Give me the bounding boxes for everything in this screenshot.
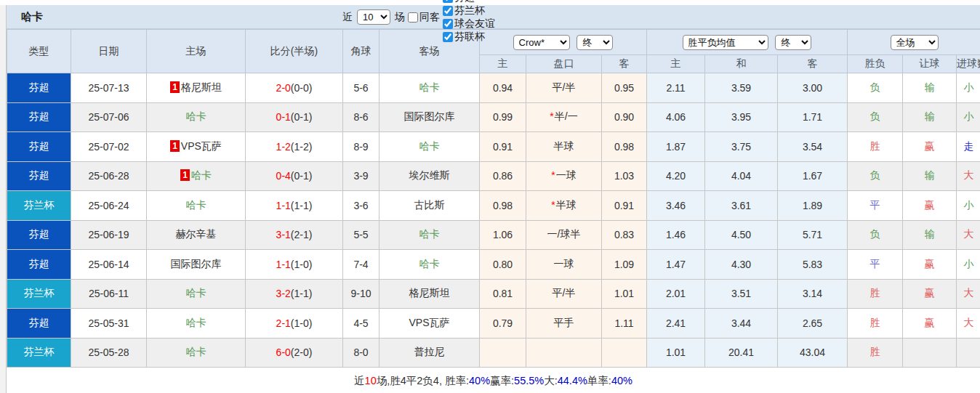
league-badge[interactable]: 芬超 — [7, 309, 71, 339]
result-letball: 赢 — [903, 191, 957, 221]
match-scope-select[interactable]: 全场 — [891, 35, 939, 50]
avg-odds-select[interactable]: 胜平负均值 — [683, 35, 768, 50]
score-cell[interactable]: 1-1(1-0) — [246, 250, 343, 280]
result-letball: 输 — [903, 220, 957, 250]
score-cell[interactable]: 1-2(1-2) — [246, 132, 343, 162]
home-team[interactable]: 哈卡 — [147, 338, 246, 368]
league-badge[interactable]: 芬超 — [7, 220, 71, 250]
score-cell[interactable]: 2-0(0-0) — [246, 73, 343, 103]
handicap-time-select[interactable]: 终 — [577, 35, 613, 50]
home-team[interactable]: 1格尼斯坦 — [147, 73, 246, 103]
avg-draw-odds: 3.95 — [705, 102, 778, 132]
league-filter-2[interactable]: 球会友谊 — [443, 17, 495, 31]
away-team[interactable]: 哈卡 — [379, 73, 480, 103]
result-letball: 赢 — [903, 250, 957, 280]
handicap-away-odds — [602, 338, 647, 368]
recent-count-select[interactable]: 10 — [357, 9, 390, 25]
league-badge[interactable]: 芬兰杯 — [7, 279, 71, 309]
summary-segment: 场,胜4平2负4, 胜率: — [377, 374, 469, 388]
avg-draw-odds: 3.51 — [705, 279, 778, 309]
league-badge[interactable]: 芬超 — [7, 102, 71, 132]
handicap-home-odds: 0.94 — [480, 73, 526, 103]
avg-away-odds: 5.71 — [778, 220, 848, 250]
score-cell[interactable]: 2-1(1-0) — [246, 309, 343, 339]
handicap-home-odds: 0.81 — [480, 279, 526, 309]
league-badge[interactable]: 芬兰杯 — [7, 338, 71, 368]
handicap-home-odds: 0.80 — [480, 250, 526, 280]
home-team[interactable]: 1哈卡 — [147, 161, 246, 191]
summary-segment: 44.4% — [558, 375, 587, 386]
away-team[interactable]: 哈卡 — [379, 132, 480, 162]
away-team[interactable]: 埃尔维斯 — [379, 161, 480, 191]
result-goals: 小 — [957, 102, 980, 132]
subcol-handicap: 盘口 — [526, 55, 602, 73]
league-badge[interactable]: 芬兰杯 — [7, 191, 71, 221]
league-filter-1[interactable]: 芬兰杯 — [443, 4, 495, 17]
home-team[interactable]: 国际图尔库 — [147, 250, 246, 280]
result-letball: 赢 — [903, 132, 957, 162]
away-team[interactable]: VPS瓦萨 — [379, 309, 480, 339]
team-matches-panel: 哈卡 近 10 场 同客 芬超芬兰杯球会友谊芬联杯 类型 — [6, 5, 980, 393]
league-badge[interactable]: 芬超 — [7, 161, 71, 191]
handicap-away-odds: 1.11 — [602, 309, 647, 339]
bookmaker-select[interactable]: Crow* — [513, 35, 570, 50]
match-row: 芬超25-07-131格尼斯坦2-0(0-0)5-6哈卡0.94平/半0.952… — [7, 73, 980, 103]
score-cell[interactable]: 3-1(2-1) — [246, 220, 343, 250]
home-team[interactable]: 1VPS瓦萨 — [147, 132, 246, 162]
score-cell[interactable]: 3-2(1-1) — [246, 279, 343, 309]
col-header-home: 主场 — [147, 30, 246, 73]
col-header-date: 日期 — [71, 30, 147, 73]
score-cell[interactable]: 1-1(1-1) — [246, 191, 343, 221]
home-team[interactable]: 哈卡 — [147, 309, 246, 339]
avg-time-select[interactable]: 终 — [775, 35, 811, 50]
league-filter-checkbox-1[interactable] — [443, 6, 453, 16]
away-team[interactable]: 哈卡 — [379, 250, 480, 280]
avg-draw-odds: 20.41 — [705, 338, 778, 368]
corner-count: 8-9 — [343, 132, 379, 162]
league-filter-checkbox-0[interactable] — [443, 0, 453, 3]
handicap-away-odds: 1.03 — [602, 161, 647, 191]
league-badge[interactable]: 芬超 — [7, 250, 71, 280]
away-team[interactable]: 古比斯 — [379, 191, 480, 221]
home-team[interactable]: 哈卡 — [147, 191, 246, 221]
home-team[interactable]: 哈卡 — [147, 102, 246, 132]
away-team[interactable]: 格尼斯坦 — [379, 279, 480, 309]
avg-home-odds: 2.01 — [647, 279, 705, 309]
avg-home-odds: 4.20 — [647, 161, 705, 191]
summary-segment: 40% — [469, 375, 490, 386]
result-letball — [903, 338, 957, 368]
corner-count: 3-6 — [343, 191, 379, 221]
same-away-checkbox-label[interactable]: 同客 — [408, 11, 440, 24]
corner-count: 9-10 — [343, 279, 379, 309]
summary-segment: 10 — [365, 375, 377, 386]
summary-segment: 55.5% — [514, 375, 544, 386]
left-gutter — [0, 5, 6, 393]
handicap-away-odds: 1.09 — [602, 250, 647, 280]
same-away-checkbox[interactable] — [408, 12, 418, 23]
result-letball: 输 — [903, 73, 957, 103]
league-filter-label: 球会友谊 — [454, 17, 495, 31]
away-team[interactable]: 国际图尔库 — [379, 102, 480, 132]
score-cell[interactable]: 0-4(0-1) — [246, 161, 343, 191]
league-filter-3[interactable]: 芬联杯 — [443, 31, 495, 44]
away-team[interactable]: 哈卡 — [379, 220, 480, 250]
score-cell[interactable]: 6-0(2-0) — [246, 338, 343, 368]
result-winloss: 平 — [848, 250, 903, 280]
home-team[interactable]: 哈卡 — [147, 279, 246, 309]
score-cell[interactable]: 0-1(0-1) — [246, 102, 343, 132]
league-filter-checkbox-3[interactable] — [443, 32, 453, 42]
handicap-home-odds: 0.79 — [480, 309, 526, 339]
result-letball: 输 — [903, 161, 957, 191]
result-letball: 赢 — [903, 309, 957, 339]
avg-away-odds: 43.04 — [778, 338, 848, 368]
league-badge[interactable]: 芬超 — [7, 132, 71, 162]
avg-away-odds: 1.67 — [778, 161, 848, 191]
corner-count: 8-6 — [343, 102, 379, 132]
handicap-home-odds: 0.91 — [480, 132, 526, 162]
league-badge[interactable]: 芬超 — [7, 73, 71, 103]
away-team[interactable]: 普拉尼 — [379, 338, 480, 368]
league-filter-checkbox-2[interactable] — [443, 19, 453, 29]
handicap-home-odds: 1.06 — [480, 220, 526, 250]
result-goals: 大 — [957, 161, 980, 191]
home-team[interactable]: 赫尔辛基 — [147, 220, 246, 250]
